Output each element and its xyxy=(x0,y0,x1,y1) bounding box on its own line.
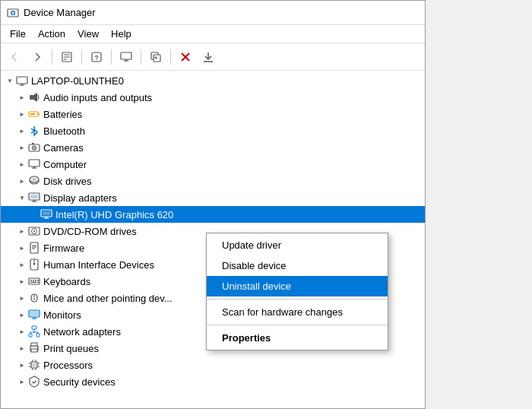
hid-label: Human Interface Devices xyxy=(43,259,154,271)
print-icon xyxy=(28,342,40,354)
scan-button[interactable] xyxy=(145,46,166,68)
computer-label: Computer xyxy=(43,159,87,170)
security-expand-arrow[interactable] xyxy=(16,376,28,388)
tree-item-cameras[interactable]: Cameras xyxy=(1,139,425,156)
context-menu-disable-device[interactable]: Disable device xyxy=(207,255,388,276)
svg-rect-56 xyxy=(30,280,32,281)
firmware-expand-arrow[interactable] xyxy=(16,242,28,254)
print-label: Print queues xyxy=(43,343,99,354)
svg-rect-20 xyxy=(17,77,27,84)
disk-label: Disk drives xyxy=(43,176,92,187)
menu-bar: File Action View Help xyxy=(1,25,425,43)
computer-icon xyxy=(28,158,40,170)
menu-view[interactable]: View xyxy=(71,27,105,41)
intel-icon xyxy=(40,208,52,220)
display-label: Display adapters xyxy=(43,192,117,204)
svg-point-47 xyxy=(33,230,35,232)
help-button[interactable]: ? xyxy=(86,46,107,68)
svg-rect-38 xyxy=(30,195,38,198)
batteries-expand-arrow[interactable] xyxy=(16,108,28,120)
svg-rect-59 xyxy=(37,280,39,281)
tree-item-disk[interactable]: Disk drives xyxy=(1,173,425,189)
back-button[interactable] xyxy=(4,46,25,68)
svg-rect-58 xyxy=(35,280,36,281)
download-button[interactable] xyxy=(198,46,219,68)
dvd-icon xyxy=(28,225,40,237)
svg-rect-62 xyxy=(37,282,39,284)
context-menu-scan-hardware[interactable]: Scan for hardware changes xyxy=(207,302,388,322)
menu-file[interactable]: File xyxy=(4,27,32,41)
tree-item-intel[interactable]: Intel(R) UHD Graphics 620 xyxy=(1,206,425,223)
audio-expand-arrow[interactable] xyxy=(16,91,28,103)
tree-item-batteries[interactable]: Batteries xyxy=(1,106,425,122)
menu-help[interactable]: Help xyxy=(105,27,138,41)
properties-button[interactable] xyxy=(56,46,78,68)
cameras-expand-arrow[interactable] xyxy=(16,141,28,154)
tree-root[interactable]: LAPTOP-0LUNTHE0 xyxy=(1,72,425,89)
root-label: LAPTOP-0LUNTHE0 xyxy=(31,75,124,87)
audio-icon xyxy=(28,91,40,103)
context-menu-properties[interactable]: Properties xyxy=(207,328,388,348)
disk-expand-arrow[interactable] xyxy=(16,175,28,187)
dvd-expand-arrow[interactable] xyxy=(16,225,28,237)
hid-icon xyxy=(28,258,40,271)
computer-icon-button[interactable] xyxy=(116,46,137,68)
mice-expand-arrow[interactable] xyxy=(16,292,28,304)
print-expand-arrow[interactable] xyxy=(16,342,28,354)
svg-rect-31 xyxy=(29,160,40,166)
window-title: Device Manager xyxy=(24,7,96,18)
bluetooth-icon xyxy=(28,125,40,137)
tree-item-computer[interactable]: Computer xyxy=(1,156,425,173)
processors-label: Processors xyxy=(43,360,93,371)
cameras-icon xyxy=(28,141,40,154)
tree-item-audio[interactable]: Audio inputs and outputs xyxy=(1,89,425,106)
bluetooth-expand-arrow[interactable] xyxy=(16,125,28,137)
hid-expand-arrow[interactable] xyxy=(16,258,28,271)
root-icon xyxy=(16,75,28,87)
display-expand-arrow[interactable] xyxy=(16,192,28,204)
security-icon xyxy=(28,376,40,388)
network-label: Network adapters xyxy=(43,326,121,338)
tree-item-processors[interactable]: Processors xyxy=(1,357,425,373)
app-icon xyxy=(7,7,19,19)
svg-rect-26 xyxy=(30,113,35,115)
menu-action[interactable]: Action xyxy=(32,27,71,41)
tree-item-security[interactable]: Security devices xyxy=(1,373,425,390)
intel-expand-arrow xyxy=(28,208,40,220)
root-expand-arrow[interactable] xyxy=(4,75,16,87)
disk-icon xyxy=(28,175,40,187)
svg-rect-30 xyxy=(32,143,34,144)
device-manager-window: Device Manager File Action View Help xyxy=(0,0,426,409)
intel-label: Intel(R) UHD Graphics 620 xyxy=(55,209,173,220)
bluetooth-label: Bluetooth xyxy=(43,125,85,137)
svg-rect-79 xyxy=(31,349,37,352)
forward-button[interactable] xyxy=(27,46,48,68)
context-menu-update-driver[interactable]: Update driver xyxy=(207,235,388,255)
svg-rect-71 xyxy=(29,334,32,337)
computer-expand-arrow[interactable] xyxy=(16,158,28,170)
network-expand-arrow[interactable] xyxy=(16,325,28,338)
toolbar-sep-4 xyxy=(141,49,141,65)
keyboards-expand-arrow[interactable] xyxy=(16,275,28,287)
context-menu-uninstall-device[interactable]: Uninstall device xyxy=(207,276,388,296)
svg-rect-60 xyxy=(30,282,32,284)
title-bar: Device Manager xyxy=(1,1,425,25)
processors-expand-arrow[interactable] xyxy=(16,359,28,371)
firmware-icon xyxy=(28,242,40,254)
svg-rect-80 xyxy=(37,347,39,349)
context-menu-sep-2 xyxy=(207,325,388,325)
toolbar-sep-2 xyxy=(81,49,82,65)
uninstall-button[interactable] xyxy=(175,46,196,68)
svg-rect-42 xyxy=(43,211,50,215)
audio-label: Audio inputs and outputs xyxy=(43,92,152,103)
monitors-label: Monitors xyxy=(43,309,81,321)
processors-icon xyxy=(28,359,40,371)
tree-item-bluetooth[interactable]: Bluetooth xyxy=(1,122,425,139)
mice-icon xyxy=(28,292,40,304)
svg-rect-9 xyxy=(121,52,131,59)
monitors-expand-arrow[interactable] xyxy=(16,309,28,321)
tree-item-display[interactable]: Display adapters xyxy=(1,189,425,206)
batteries-label: Batteries xyxy=(43,109,82,120)
svg-point-54 xyxy=(33,263,36,265)
svg-rect-82 xyxy=(33,363,36,367)
